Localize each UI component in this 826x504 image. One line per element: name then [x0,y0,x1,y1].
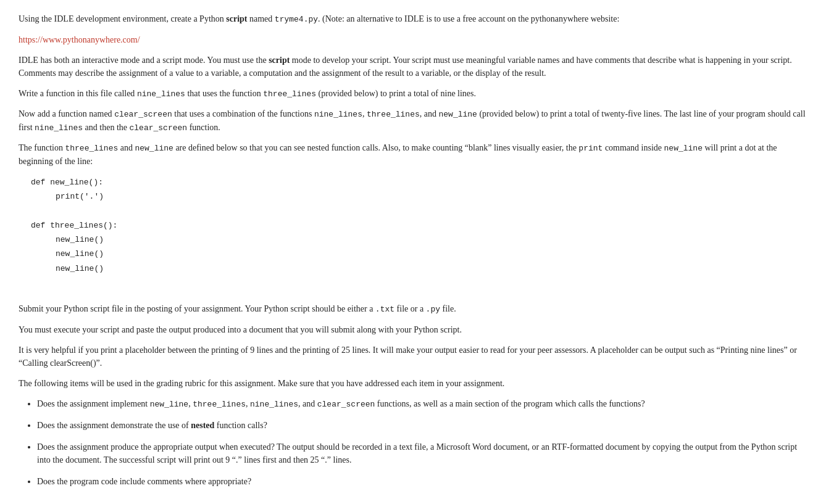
para-tl-mid2: are defined below so that you can see ne… [173,143,578,152]
bullet-3: Does the assignment produce the appropri… [37,440,807,466]
para-submit-post: file. [440,304,456,313]
bullet-2-pre: Does the assignment demonstrate the use … [37,421,191,430]
para-intro: Using the IDLE development environment, … [19,12,807,26]
bullet-1-sep2: , [246,399,250,408]
bullet-1: Does the assignment implement new_line, … [37,397,807,411]
para-idle-bold: script [269,56,290,65]
bullet-2: Does the assignment demonstrate the use … [37,419,807,432]
code-new-line3: new_line [664,144,703,153]
para-clear-screen: Now add a function named clear_screen th… [19,107,807,134]
para-intro-code: tryme4.py [275,15,318,24]
para-idle-pre: IDLE has both an interactive mode and a … [19,56,269,65]
para-nine-pre: Write a function in this file called [19,89,137,98]
code-three-lines3: three_lines [65,144,118,153]
code-new-line: new_line [439,110,477,119]
para-submit-mid: file or a [394,304,426,313]
para-tl-pre: The function [19,143,65,152]
code-three-lines2: three_lines [367,110,420,119]
para-clear-mid3: and then the [83,123,129,132]
code-line-6: new_line() [56,262,807,276]
para-nine-post: (provided below) to print a total of nin… [316,89,476,98]
code-py: .py [426,305,440,314]
para-rubric: The following items will be used in the … [19,377,807,390]
para-intro-post1: named [248,14,275,23]
code-three-lines-ref: three_lines [263,89,316,99]
para-blank-space [19,282,807,295]
code-line-2: print('.') [56,189,807,204]
para-submit-pre: Submit your Python script file in the po… [19,304,375,313]
para-link: https://www.pythonanywhere.com/ [19,33,807,46]
rubric-list: Does the assignment implement new_line, … [37,397,807,489]
para-submit: Submit your Python script file in the po… [19,302,807,316]
bullet-3-text: Does the assignment produce the appropri… [37,442,797,465]
code-nine-lines2: nine_lines [314,110,362,119]
code-line-5: new_line() [56,247,807,261]
bullet-4-text: Does the program code include comments w… [37,477,251,486]
code-block: def new_line(): print('.') def three_lin… [31,175,807,276]
code-new-line2: new_line [135,144,173,153]
para-three-lines-desc: The function three_lines and new_line ar… [19,141,807,168]
para-intro-post2: . (Note: an alternative to IDLE is to us… [318,14,619,23]
para-clear-sep1: , [362,109,367,118]
para-clear-sep2: , and [420,109,439,118]
bullet-1-code1: new_line [150,400,188,409]
bullet-1-sep3: , and [298,399,317,408]
para-nine-mid: that uses the function [185,89,263,98]
pythonanywhere-link[interactable]: https://www.pythonanywhere.com/ [19,35,140,44]
bullet-4: Does the program code include comments w… [37,475,807,488]
para-execute: You must execute your script and paste t… [19,323,807,336]
para-intro-pre: Using the IDLE development environment, … [19,14,226,23]
main-content: Using the IDLE development environment, … [19,12,807,488]
code-line-blank [31,204,807,218]
para-tl-mid1: and [118,143,135,152]
para-clear-mid1: that uses a combination of the functions [172,109,314,118]
code-line-1: def new_line(): [31,175,807,189]
bullet-2-bold: nested [191,421,214,430]
para-idle: IDLE has both an interactive mode and a … [19,54,807,80]
para-helpful: It is very helpful if you print a placeh… [19,344,807,370]
code-print: print [578,144,603,153]
bullet-1-code4: clear_screen [317,400,375,409]
code-nine-lines3: nine_lines [35,123,83,133]
para-nine-lines: Write a function in this file called nin… [19,87,807,101]
code-nine-lines: nine_lines [137,89,185,99]
para-tl-mid3: command inside [603,143,664,152]
code-clear-screen2: clear_screen [130,123,188,133]
bullet-2-post: function calls? [214,421,267,430]
code-line-4: new_line() [56,233,807,247]
bullet-1-pre: Does the assignment implement [37,399,150,408]
code-clear-screen: clear_screen [114,110,172,119]
bullet-1-post: functions, as well as a main section of … [375,399,645,408]
code-line-3: def three_lines(): [31,218,807,233]
para-clear-pre: Now add a function named [19,109,114,118]
bullet-1-code2: three_lines [193,400,246,409]
para-intro-bold: script [226,14,247,23]
code-txt: .txt [375,305,394,314]
para-clear-post: function. [187,123,220,132]
bullet-1-code3: nine_lines [250,400,298,409]
